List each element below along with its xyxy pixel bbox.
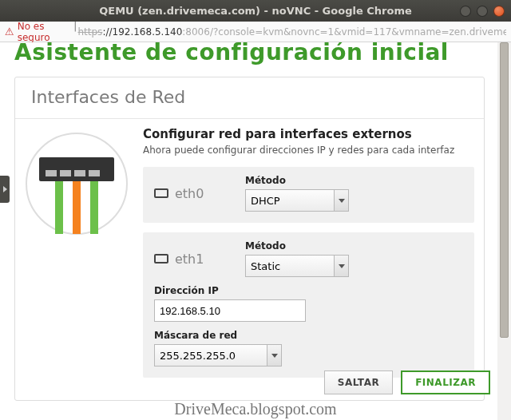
finish-button-label: Finalizar [415,377,476,388]
svg-rect-7 [73,181,81,234]
interface-panel-eth0: eth0 Método DHCP [143,167,474,223]
finish-button[interactable]: Finalizar [401,370,490,394]
window-minimize-button[interactable] [460,6,471,17]
method-label: Método [245,175,349,186]
window-titlebar: QEMU (zen.drivemeca.com) - noVNC - Googl… [0,0,511,22]
interface-name: eth1 [175,252,204,267]
chevron-right-icon [3,186,7,192]
page-viewport: Asistente de configuración inicial Inter… [0,42,511,420]
ip-address-input[interactable] [154,299,306,322]
dropdown-toggle-icon[interactable] [334,256,348,276]
wizard-title: Asistente de configuración inicial [0,42,497,65]
svg-rect-1 [39,157,114,181]
interface-panel-eth1: eth1 Método Static Dirección [143,232,474,378]
skip-button-label: Saltar [338,377,379,388]
ethernet-port-icon [154,254,168,263]
svg-rect-8 [90,181,98,234]
dropdown-toggle-icon[interactable] [267,345,281,366]
switch-icon [25,132,129,236]
method-select-value: DHCP [251,195,280,207]
browser-address-bar[interactable]: ⚠ No es seguro | https ://192.168.5.140 … [0,22,511,42]
insecure-warning-icon: ⚠ [5,26,14,38]
skip-button[interactable]: Saltar [324,370,393,394]
svg-rect-2 [46,170,57,176]
window-maximize-button[interactable] [477,6,488,17]
method-label: Método [245,240,349,252]
interface-name: eth0 [175,186,204,201]
window-title: QEMU (zen.drivemeca.com) - noVNC - Googl… [6,5,505,17]
insecure-warning-text: No es seguro [18,21,66,43]
network-card: Interfaces de Red [14,77,485,401]
scrollbar-thumb[interactable] [500,42,509,338]
method-select-eth1[interactable]: Static [245,255,349,277]
ip-label: Dirección IP [154,285,463,296]
method-select-value: Static [251,260,280,272]
svg-rect-4 [74,170,85,176]
card-heading: Interfaces de Red [15,77,484,119]
novnc-side-handle[interactable] [0,176,10,203]
vertical-scrollbar[interactable] [497,42,511,420]
section-title: Configurar red para interfaces externos [143,127,474,141]
dropdown-toggle-icon[interactable] [334,190,348,211]
svg-rect-5 [89,170,100,176]
method-select-eth0[interactable]: DHCP [245,189,349,212]
netmask-select[interactable]: 255.255.255.0 [154,344,282,367]
window-close-button[interactable] [493,6,505,17]
svg-rect-3 [60,170,71,176]
url-path: :8006/?console=kvm&novnc=1&vmid=117&vmna… [182,26,506,38]
ethernet-port-icon [154,188,168,198]
url-host: ://192.168.5.140 [102,26,182,38]
svg-rect-6 [55,181,63,234]
network-illustration [25,127,129,387]
mask-label: Máscara de red [154,330,463,341]
url-protocol: https [77,26,102,38]
netmask-select-value: 255.255.255.0 [160,350,236,362]
section-subtitle: Ahora puede configurar direcciones IP y … [143,145,474,156]
